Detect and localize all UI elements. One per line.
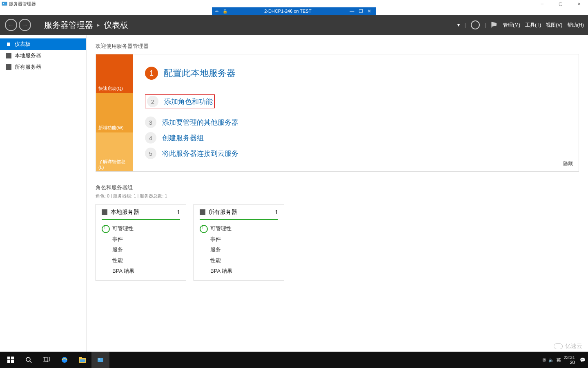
task-view-button[interactable] <box>38 352 56 368</box>
servers-icon <box>200 209 205 215</box>
welcome-heading: 欢迎使用服务器管理器 <box>96 43 579 50</box>
vm-connection-bar: ⇹ 🔒 2-DHCP1-246 on TEST — ❐ ✕ <box>0 7 588 15</box>
svg-rect-14 <box>98 358 103 362</box>
hide-link[interactable]: 隐藏 <box>563 160 573 167</box>
sidebar-item-label: 仪表板 <box>15 40 31 48</box>
nav-back-button[interactable]: ← <box>5 19 17 31</box>
outer-window-title: 服务器管理器 <box>9 1 36 7</box>
taskbar: 🖥 🔈 英 23:31 20 💬 <box>0 352 588 368</box>
menu-manage[interactable]: 管理(M) <box>503 22 520 29</box>
card-title[interactable]: 本地服务器 <box>111 209 139 216</box>
sidebar-item-dashboard[interactable]: 仪表板 <box>0 38 86 50</box>
step-number-icon: 4 <box>145 132 156 144</box>
outer-window-titlebar: 服务器管理器 ─ ▢ ✕ <box>0 0 588 7</box>
menu-view[interactable]: 视图(V) <box>546 22 562 29</box>
tray-volume-icon[interactable]: 🔈 <box>548 357 554 363</box>
sidebar-item-label: 本地服务器 <box>15 52 41 59</box>
vm-close-button[interactable]: ✕ <box>366 9 373 13</box>
menu-tools[interactable]: 工具(T) <box>525 22 541 29</box>
card-row-events[interactable]: 事件 <box>102 234 180 245</box>
refresh-icon[interactable] <box>471 20 480 29</box>
vm-lock-icon[interactable]: 🔒 <box>223 9 227 13</box>
sidebar: 仪表板 本地服务器 所有服务器 <box>0 35 87 352</box>
card-count: 1 <box>275 209 278 215</box>
card-row-performance[interactable]: 性能 <box>102 255 180 266</box>
vm-minimize-button[interactable]: — <box>348 9 356 13</box>
step-add-roles-features[interactable]: 2 添加角色和功能 <box>145 94 215 108</box>
tray-monitor-icon[interactable]: 🖥 <box>541 357 546 362</box>
card-row-events[interactable]: 事件 <box>200 234 278 245</box>
watermark-logo-icon <box>554 343 563 349</box>
svg-rect-5 <box>11 360 14 363</box>
svg-rect-0 <box>2 2 7 5</box>
main-content: 欢迎使用服务器管理器 快速启动(Q) 新增功能(W) 了解详细信息(L) 1 配… <box>87 35 588 352</box>
breadcrumb-page[interactable]: 仪表板 <box>104 20 128 31</box>
step-label: 将此服务器连接到云服务 <box>162 149 238 158</box>
step-number-icon: 2 <box>147 96 158 107</box>
chevron-right-icon: ▸ <box>97 22 100 28</box>
welcome-panel: 快速启动(Q) 新增功能(W) 了解详细信息(L) 1 配置此本地服务器 2 添… <box>96 54 579 172</box>
card-title[interactable]: 所有服务器 <box>209 209 237 216</box>
tray-ime-indicator[interactable]: 英 <box>557 357 561 363</box>
step-configure-local[interactable]: 1 配置此本地服务器 <box>145 67 566 80</box>
tray-clock[interactable]: 23:31 20 <box>564 355 575 365</box>
taskbar-explorer-icon[interactable] <box>74 352 91 368</box>
start-button[interactable] <box>2 352 20 368</box>
taskbar-ie-icon[interactable] <box>56 352 74 368</box>
breadcrumb-root[interactable]: 服务器管理器 <box>44 20 93 31</box>
card-row-bpa[interactable]: BPA 结果 <box>200 266 278 276</box>
card-row-manageability[interactable]: 可管理性 <box>102 223 180 234</box>
tile-whatsnew[interactable]: 新增功能(W) <box>96 93 133 132</box>
outer-maximize-button[interactable]: ▢ <box>551 0 570 7</box>
breadcrumb: 服务器管理器 ▸ 仪表板 <box>44 20 128 31</box>
tile-learnmore[interactable]: 了解详细信息(L) <box>96 132 133 171</box>
sidebar-item-local-server[interactable]: 本地服务器 <box>0 50 86 61</box>
vm-pin-icon[interactable]: ⇹ <box>215 9 218 13</box>
card-row-manageability[interactable]: 可管理性 <box>200 223 278 234</box>
notifications-flag-icon[interactable] <box>491 22 497 28</box>
server-icon <box>102 209 107 215</box>
sidebar-item-label: 所有服务器 <box>15 63 41 71</box>
server-icon <box>6 53 11 58</box>
svg-line-7 <box>30 361 31 363</box>
dropdown-icon[interactable]: ▾ <box>457 22 460 28</box>
card-local-server: 本地服务器 1 可管理性 事件 服务 性能 BPA 结果 <box>96 204 186 281</box>
step-number-icon: 3 <box>145 117 156 128</box>
roles-heading: 角色和服务器组 <box>96 184 579 191</box>
server-manager-icon <box>2 1 7 7</box>
card-row-services[interactable]: 服务 <box>102 245 180 255</box>
step-connect-cloud[interactable]: 5 将此服务器连接到云服务 <box>145 148 566 159</box>
step-label: 配置此本地服务器 <box>164 67 236 79</box>
card-count: 1 <box>177 209 180 215</box>
nav-forward-button[interactable]: → <box>19 19 31 31</box>
step-add-other-servers[interactable]: 3 添加要管理的其他服务器 <box>145 117 566 128</box>
dashboard-icon <box>6 41 11 47</box>
svg-rect-15 <box>98 359 100 359</box>
sidebar-item-all-servers[interactable]: 所有服务器 <box>0 61 86 73</box>
vm-title: 2-DHCP1-246 on TEST <box>232 9 344 13</box>
card-row-bpa[interactable]: BPA 结果 <box>102 266 180 276</box>
system-tray: 🖥 🔈 英 23:31 20 💬 <box>541 355 586 365</box>
menu-help[interactable]: 帮助(H) <box>567 22 584 29</box>
step-label: 添加要管理的其他服务器 <box>162 118 238 127</box>
step-create-server-group[interactable]: 4 创建服务器组 <box>145 132 566 144</box>
step-label: 添加角色和功能 <box>164 97 213 106</box>
card-row-services[interactable]: 服务 <box>200 245 278 255</box>
outer-close-button[interactable]: ✕ <box>570 0 588 7</box>
svg-rect-3 <box>11 357 14 359</box>
step-number-icon: 5 <box>145 148 156 159</box>
outer-minimize-button[interactable]: ─ <box>533 0 551 7</box>
tray-notifications-icon[interactable]: 💬 <box>580 357 586 363</box>
search-button[interactable] <box>20 352 38 368</box>
tile-quickstart[interactable]: 快速启动(Q) <box>96 54 133 93</box>
svg-rect-12 <box>79 357 82 359</box>
header-ribbon: ← → 服务器管理器 ▸ 仪表板 ▾ | | 管理(M) 工具(T) 视图(V)… <box>0 15 588 35</box>
svg-rect-13 <box>80 359 85 362</box>
card-row-performance[interactable]: 性能 <box>200 255 278 266</box>
svg-rect-4 <box>7 360 10 363</box>
taskbar-server-manager-icon[interactable] <box>91 352 109 368</box>
vm-restore-button[interactable]: ❐ <box>357 9 365 13</box>
svg-rect-2 <box>7 357 10 359</box>
step-label: 创建服务器组 <box>162 133 204 143</box>
step-number-icon: 1 <box>145 67 158 80</box>
